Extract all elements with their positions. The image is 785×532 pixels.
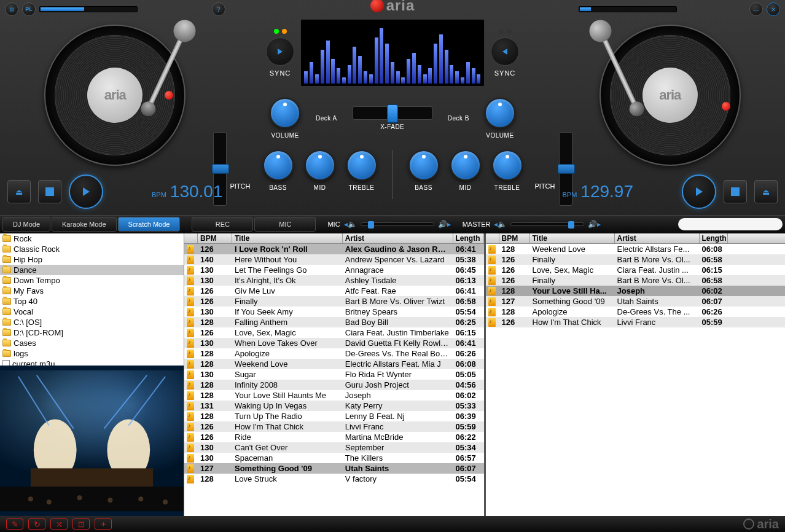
- folder-item[interactable]: Down Tempo: [0, 275, 184, 286]
- deck-a-stop-button[interactable]: [38, 180, 61, 203]
- track-row[interactable]: 126 I Love Rock 'n' Roll Alex Gaudino & …: [184, 244, 484, 254]
- track-row[interactable]: 127 Something Good '09 Utah Saints 06:07: [486, 296, 786, 307]
- scratch-mode-tab[interactable]: Scratch Mode: [118, 217, 181, 232]
- volume-b-knob[interactable]: [485, 98, 515, 128]
- track-row[interactable]: 128 Weekend Love Electric Allstars Feat.…: [184, 359, 484, 369]
- track-row[interactable]: 126 How I'm That Chick Livvi Franc 05:59: [486, 317, 786, 327]
- music-note-icon: [488, 318, 496, 327]
- track-row[interactable]: 126 Ride Martina McBride 06:22: [184, 432, 484, 442]
- turntable-a[interactable]: aria: [23, 22, 207, 169]
- music-note-icon: [187, 464, 194, 473]
- bottom-toolbar: ✎ ↻ ⤮ ⊡ ＋ aria: [0, 516, 785, 532]
- bass-b-knob[interactable]: [408, 150, 439, 181]
- folder-item[interactable]: Top 40: [0, 296, 184, 307]
- deck-a-eject-button[interactable]: ⏏: [7, 180, 31, 203]
- deck-b-eject-button[interactable]: ⏏: [754, 180, 778, 203]
- minimize-button[interactable]: —: [749, 2, 763, 16]
- shuffle-button[interactable]: ⤮: [50, 518, 68, 530]
- folder-item[interactable]: D:\ [CD-ROM]: [0, 327, 184, 338]
- folder-item[interactable]: Cases: [0, 338, 184, 348]
- deck-b-play-button[interactable]: [682, 174, 716, 209]
- folder-item[interactable]: Rock: [0, 233, 184, 244]
- video-preview[interactable]: [0, 366, 184, 516]
- treble-a-knob[interactable]: [346, 150, 377, 181]
- track-row[interactable]: 128 Your Love Still Haunts Me Joseph 06:…: [184, 390, 484, 401]
- track-row[interactable]: 130 If You Seek Amy Britney Spears 05:54: [184, 307, 484, 317]
- track-row[interactable]: 126 Finally Bart B More Vs. Ol... 06:58: [486, 254, 786, 265]
- deck-a-progress[interactable]: [39, 6, 138, 12]
- music-note-icon: [488, 308, 496, 316]
- track-row[interactable]: 128 Weekend Love Electric Allstars Fe...…: [486, 244, 786, 254]
- track-row[interactable]: 140 Here Without You Andrew Spencer Vs. …: [184, 254, 484, 265]
- folder-icon: [2, 308, 11, 315]
- music-note-icon: [187, 276, 194, 285]
- treble-b-knob[interactable]: [492, 150, 523, 181]
- add-button[interactable]: ＋: [95, 518, 112, 530]
- folder-icon: [2, 267, 11, 273]
- mid-b-knob[interactable]: [450, 150, 481, 181]
- load-button[interactable]: ⊡: [72, 518, 90, 530]
- mic-button[interactable]: MIC: [254, 217, 316, 232]
- crossfader[interactable]: [353, 106, 432, 120]
- loop-button[interactable]: ↻: [28, 518, 45, 530]
- mid-a-knob[interactable]: [305, 150, 335, 181]
- bass-a-knob[interactable]: [263, 150, 294, 181]
- track-row[interactable]: 128 Apologize De-Grees Vs. The ... 06:26: [486, 307, 786, 317]
- deck-b-leds: [499, 29, 512, 34]
- deck-a-sync-play-button[interactable]: [266, 37, 294, 66]
- track-row[interactable]: 126 Giv Me Luv Atfc Feat. Rae 06:41: [184, 286, 484, 296]
- track-row[interactable]: 130 Can't Get Over September 05:34: [184, 442, 484, 453]
- speaker-high-icon: 🔊▸: [438, 220, 451, 229]
- rec-button[interactable]: REC: [192, 217, 253, 232]
- deck-a-play-button[interactable]: [69, 174, 103, 209]
- track-row[interactable]: 130 When Love Takes Over David Guetta Ft…: [184, 338, 484, 348]
- edit-button[interactable]: ✎: [6, 518, 23, 530]
- volume-a-knob[interactable]: [270, 98, 300, 128]
- track-row[interactable]: 130 Let The Feelings Go Annagrace 06:45: [184, 265, 484, 275]
- track-row[interactable]: 128 Love Struck V factory 05:54: [184, 474, 484, 484]
- close-button[interactable]: ✕: [767, 2, 780, 16]
- folder-item[interactable]: Classic Rock: [0, 244, 184, 254]
- track-row[interactable]: 127 Something Good '09 Utah Saints 06:07: [184, 463, 484, 474]
- turntable-b[interactable]: aria: [578, 22, 762, 169]
- track-row[interactable]: 126 Love, Sex, Magic Ciara Feat. Justin …: [184, 327, 484, 338]
- deck-b-sync-play-button[interactable]: [491, 37, 519, 66]
- folder-item[interactable]: Hip Hop: [0, 254, 184, 265]
- track-row[interactable]: 130 Sugar Flo Rida Ft Wynter 05:05: [184, 369, 484, 380]
- sync-label: SYNC: [270, 69, 291, 77]
- dj-mode-tab[interactable]: DJ Mode: [2, 217, 50, 232]
- track-row[interactable]: 128 Infinity 2008 Guru Josh Project 04:5…: [184, 380, 484, 390]
- deck-b-stop-button[interactable]: [724, 180, 747, 203]
- search-input[interactable]: [678, 218, 783, 230]
- folder-item[interactable]: Vocal: [0, 307, 184, 317]
- folder-item[interactable]: logs: [0, 348, 184, 359]
- playlist-button[interactable]: PL: [22, 2, 36, 16]
- music-note-icon: [187, 318, 194, 327]
- music-note-icon: [187, 339, 194, 348]
- folder-item[interactable]: Dance: [0, 265, 184, 275]
- track-row[interactable]: 126 Love, Sex, Magic Ciara Feat. Justin …: [486, 265, 786, 275]
- track-row[interactable]: 126 Finally Bart B More Vs. Ol... 06:58: [486, 275, 786, 286]
- master-volume-slider[interactable]: [510, 222, 584, 226]
- brand-logo: aria: [743, 517, 779, 531]
- folder-item[interactable]: current.m3u: [0, 359, 184, 366]
- folder-item[interactable]: C:\ [OS]: [0, 317, 184, 327]
- track-row[interactable]: 130 Spaceman The Killers 06:57: [184, 453, 484, 463]
- svg-rect-5: [31, 468, 153, 487]
- track-row[interactable]: 131 Waking Up In Vegas Katy Perry 05:33: [184, 401, 484, 411]
- help-button[interactable]: ?: [212, 2, 225, 16]
- track-row[interactable]: 130 It's Alright, It's Ok Ashley Tisdale…: [184, 275, 484, 286]
- music-note-icon: [187, 329, 194, 337]
- mic-volume-slider[interactable]: [361, 222, 434, 226]
- track-row[interactable]: 128 Turn Up The Radio Lenny B Feat. Nj 0…: [184, 411, 484, 421]
- track-row[interactable]: 128 Your Love Still Ha... Joseph 06:02: [486, 286, 786, 296]
- track-row[interactable]: 126 Finally Bart B More Vs. Oliver Twizt…: [184, 296, 484, 307]
- karaoke-mode-tab[interactable]: Karaoke Mode: [52, 217, 117, 232]
- folder-item[interactable]: My Favs: [0, 286, 184, 296]
- track-row[interactable]: 128 Falling Anthem Bad Boy Bill 06:25: [184, 317, 484, 327]
- track-row[interactable]: 128 Apologize De-Grees Vs. The Real Boot…: [184, 348, 484, 359]
- track-row[interactable]: 126 How I'm That Chick Livvi Franc 05:59: [184, 421, 484, 432]
- music-note-icon: [187, 256, 194, 264]
- deck-b-progress[interactable]: [579, 6, 677, 12]
- options-button[interactable]: ⚙: [5, 2, 18, 16]
